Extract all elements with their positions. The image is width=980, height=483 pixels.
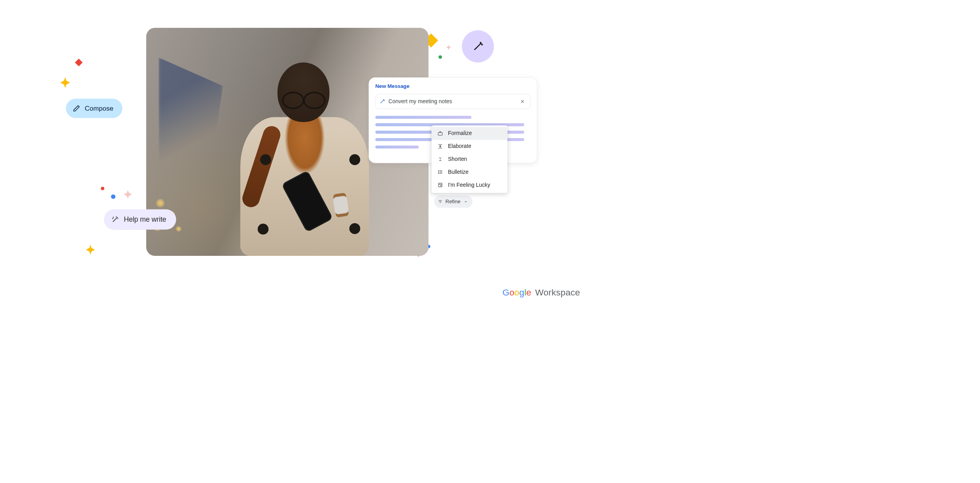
svg-rect-10	[438, 183, 442, 187]
magic-wand-badge	[462, 30, 494, 62]
google-wordmark: Google	[503, 287, 531, 298]
diamond-icon	[75, 58, 83, 66]
dice-icon	[437, 182, 443, 188]
refine-menu: Formalize Elaborate Shorten Bulletize I'…	[432, 126, 507, 193]
collapse-icon	[437, 157, 443, 162]
prompt-text: Convert my meeting notes	[388, 98, 452, 104]
sparkle-icon	[85, 244, 96, 255]
svg-point-8	[438, 172, 439, 172]
close-icon[interactable]	[519, 98, 526, 105]
menu-item-bulletize[interactable]: Bulletize	[432, 166, 507, 179]
magic-wand-icon	[379, 99, 385, 104]
menu-item-elaborate[interactable]: Elaborate	[432, 140, 507, 153]
menu-item-label: I'm Feeling Lucky	[448, 182, 490, 188]
svg-point-2	[480, 42, 481, 43]
expand-icon	[437, 144, 443, 149]
prompt-input[interactable]: Convert my meeting notes	[375, 94, 530, 109]
menu-item-lucky[interactable]: I'm Feeling Lucky	[432, 179, 507, 191]
svg-point-7	[438, 170, 439, 171]
list-icon	[437, 170, 443, 175]
svg-point-9	[438, 173, 439, 173]
menu-item-label: Elaborate	[448, 143, 472, 149]
svg-point-1	[113, 218, 113, 219]
compose-button[interactable]: Compose	[66, 99, 122, 118]
google-workspace-logo: Google Workspace	[503, 287, 580, 298]
help-me-write-label: Help me write	[124, 215, 166, 223]
menu-item-label: Formalize	[448, 130, 472, 137]
svg-point-4	[384, 99, 384, 100]
dot-icon	[101, 187, 104, 190]
svg-point-11	[439, 184, 440, 185]
dot-icon	[111, 194, 115, 199]
svg-point-5	[384, 100, 385, 101]
refine-button[interactable]: Refine	[434, 195, 472, 208]
chevron-up-icon	[463, 199, 468, 204]
menu-item-label: Shorten	[448, 156, 467, 162]
refine-label: Refine	[445, 199, 460, 204]
magic-wand-icon	[111, 216, 119, 223]
sparkle-icon	[122, 189, 133, 200]
menu-item-formalize[interactable]: Formalize	[432, 127, 507, 140]
person-silhouette	[211, 43, 369, 256]
help-me-write-button[interactable]: Help me write	[104, 209, 176, 230]
dot-icon	[439, 55, 442, 59]
menu-item-shorten[interactable]: Shorten	[432, 153, 507, 166]
briefcase-icon	[437, 131, 443, 136]
menu-item-label: Bulletize	[448, 169, 469, 175]
svg-point-12	[441, 185, 441, 186]
workspace-wordmark: Workspace	[535, 287, 580, 298]
sparkle-icon	[445, 44, 452, 50]
svg-point-0	[113, 217, 114, 217]
sparkle-icon	[59, 76, 72, 89]
pencil-icon	[73, 105, 80, 112]
svg-point-3	[482, 44, 483, 45]
compose-label: Compose	[85, 104, 113, 112]
svg-point-13	[441, 184, 441, 185]
new-message-title: New Message	[375, 83, 530, 89]
svg-rect-6	[438, 133, 442, 135]
magic-wand-icon	[472, 41, 483, 52]
filter-icon	[438, 199, 442, 204]
